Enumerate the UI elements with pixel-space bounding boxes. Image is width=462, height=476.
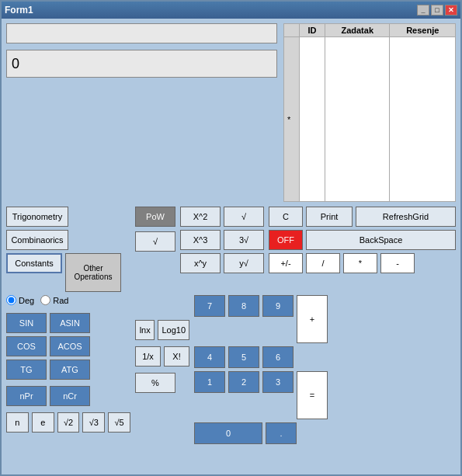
refresh-grid-button[interactable]: RefreshGrid bbox=[356, 207, 456, 227]
backspace-button[interactable]: BackSpace bbox=[306, 230, 456, 250]
print-button[interactable]: Print bbox=[306, 207, 353, 227]
npr-button[interactable]: nPr bbox=[6, 386, 47, 406]
three-button[interactable]: 3 bbox=[262, 371, 294, 393]
ncr-button[interactable]: nCr bbox=[50, 386, 90, 406]
multiply-button[interactable]: * bbox=[343, 253, 377, 273]
close-button[interactable]: ✕ bbox=[445, 5, 457, 16]
n-button[interactable]: n bbox=[6, 412, 29, 433]
plus-button[interactable]: + bbox=[297, 295, 328, 343]
grid-cell-resenje bbox=[390, 37, 456, 202]
plus-minus-button[interactable]: +/- bbox=[269, 253, 303, 273]
grid-col-star bbox=[284, 24, 300, 37]
two-button[interactable]: 2 bbox=[228, 371, 259, 393]
sqrt-button[interactable]: √ bbox=[135, 231, 175, 252]
grid-cell-zadatak bbox=[325, 37, 390, 202]
inv-button[interactable]: 1/x bbox=[135, 346, 161, 367]
one-button[interactable]: 1 bbox=[194, 371, 225, 393]
nine-button[interactable]: 9 bbox=[262, 295, 294, 317]
five-button[interactable]: 5 bbox=[228, 346, 259, 368]
minus-button[interactable]: - bbox=[380, 253, 415, 273]
log10-button[interactable]: Log10 bbox=[158, 320, 189, 340]
trigonometry-button[interactable]: Trigonometry bbox=[6, 207, 68, 227]
deg-radio-label[interactable]: Deg bbox=[6, 295, 34, 305]
percent-button[interactable]: % bbox=[135, 373, 175, 393]
pow-button[interactable]: PoW bbox=[135, 207, 175, 227]
zero-button[interactable]: 0 bbox=[194, 422, 262, 444]
e-button[interactable]: e bbox=[32, 412, 54, 433]
data-grid: ID Zadatak Resenje * bbox=[283, 23, 456, 202]
asin-button[interactable]: ASIN bbox=[50, 313, 90, 333]
xy-button[interactable]: x^y bbox=[180, 253, 221, 273]
lnx-button[interactable]: lnx bbox=[135, 320, 155, 340]
rad-radio[interactable] bbox=[40, 295, 50, 305]
four-button[interactable]: 4 bbox=[194, 346, 225, 368]
x3-button[interactable]: X^3 bbox=[180, 230, 221, 250]
equals-button[interactable]: = bbox=[297, 371, 328, 419]
grid-col-resenje: Resenje bbox=[390, 24, 456, 37]
grid-col-id: ID bbox=[300, 24, 325, 37]
main-display: 0 bbox=[6, 50, 277, 78]
main-window: Form1 _ □ ✕ 0 I bbox=[0, 0, 462, 476]
eight-button[interactable]: 8 bbox=[228, 295, 259, 317]
atg-button[interactable]: ATG bbox=[50, 360, 90, 380]
title-bar: Form1 _ □ ✕ bbox=[2, 2, 460, 19]
x2-button[interactable]: X^2 bbox=[180, 207, 221, 227]
sqrt5-button[interactable]: √5 bbox=[108, 412, 130, 433]
sqrt2-button[interactable]: √2 bbox=[57, 412, 80, 433]
seven-button[interactable]: 7 bbox=[194, 295, 225, 317]
tg-button[interactable]: TG bbox=[6, 360, 47, 380]
title-bar-buttons: _ □ ✕ bbox=[417, 5, 457, 16]
c-button[interactable]: C bbox=[269, 207, 303, 227]
fact-button[interactable]: X! bbox=[164, 346, 189, 367]
grid-cell-star: * bbox=[284, 37, 300, 202]
cos-button[interactable]: COS bbox=[6, 336, 47, 356]
other-operations-button[interactable]: Other Operations bbox=[65, 253, 121, 292]
dot-button[interactable]: . bbox=[266, 422, 297, 444]
combinaorics-button[interactable]: Combinaorics bbox=[6, 230, 68, 250]
constants-button[interactable]: Constants bbox=[6, 253, 62, 273]
formula-display bbox=[6, 23, 277, 43]
angle-mode-row: Deg Rad bbox=[6, 295, 130, 305]
table-row: * bbox=[284, 37, 456, 202]
maximize-button[interactable]: □ bbox=[431, 5, 443, 16]
sqrt3-button[interactable]: √3 bbox=[82, 412, 105, 433]
cbrt-button[interactable]: 3√ bbox=[224, 230, 264, 250]
divide-button[interactable]: / bbox=[306, 253, 340, 273]
yroot-button[interactable]: y√ bbox=[224, 253, 264, 273]
six-button[interactable]: 6 bbox=[262, 346, 294, 368]
minimize-button[interactable]: _ bbox=[417, 5, 429, 16]
deg-radio[interactable] bbox=[6, 295, 16, 305]
grid-col-zadatak: Zadatak bbox=[325, 24, 390, 37]
sqrt-right-button[interactable]: √ bbox=[224, 207, 264, 227]
sin-button[interactable]: SIN bbox=[6, 313, 47, 333]
window-title: Form1 bbox=[5, 5, 33, 16]
grid-cell-id bbox=[300, 37, 325, 202]
acos-button[interactable]: ACOS bbox=[50, 336, 90, 356]
rad-radio-label[interactable]: Rad bbox=[40, 295, 68, 305]
off-button[interactable]: OFF bbox=[269, 230, 303, 250]
